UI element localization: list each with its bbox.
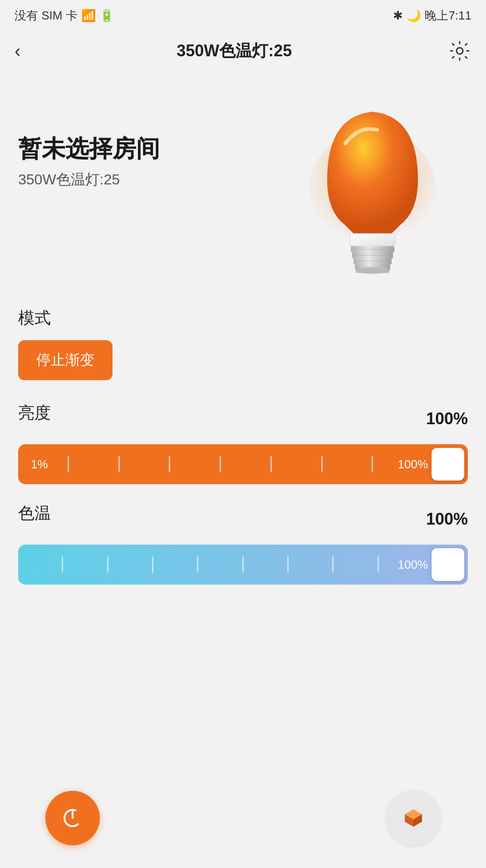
signal-icon: 📶 — [81, 9, 96, 23]
bulb-image — [277, 80, 468, 289]
brightness-header: 亮度 100% — [18, 402, 468, 435]
tick-3 — [169, 456, 170, 472]
ct-tick-5 — [242, 556, 244, 573]
color-temp-thumb[interactable] — [432, 548, 464, 581]
svg-rect-11 — [356, 268, 389, 273]
color-temp-header: 色温 100% — [18, 502, 468, 536]
bluetooth-icon: ✱ — [393, 9, 403, 23]
tick-1 — [68, 456, 69, 472]
settings-button[interactable] — [448, 39, 471, 63]
mode-section: 模式 停止渐变 — [18, 307, 468, 380]
sim-status: 没有 SIM 卡 — [15, 8, 78, 24]
tick-7 — [372, 456, 373, 472]
stop-gradient-button[interactable]: 停止渐变 — [18, 340, 113, 380]
back-button[interactable]: ‹ — [15, 42, 20, 60]
status-bar: 没有 SIM 卡 📶 🔋 ✱ 🌙 晚上7:11 — [0, 0, 486, 31]
scene-cube-icon — [401, 806, 426, 830]
device-info: 暂未选择房间 350W色温灯:25 — [18, 80, 277, 190]
status-left: 没有 SIM 卡 📶 🔋 — [15, 8, 114, 24]
tick-2 — [118, 456, 120, 472]
brightness-slider[interactable]: 1% 100% — [18, 444, 468, 484]
settings-gear-icon — [450, 41, 470, 61]
status-right: ✱ 🌙 晚上7:11 — [393, 8, 471, 24]
brightness-value: 100% — [426, 409, 468, 428]
power-icon — [60, 806, 85, 830]
ct-tick-8 — [378, 556, 379, 573]
power-button[interactable] — [45, 791, 100, 845]
ct-tick-1 — [62, 556, 63, 573]
bottom-spacer — [18, 603, 468, 694]
color-temp-max-label: 100% — [398, 558, 428, 572]
scene-button[interactable] — [386, 791, 441, 845]
brightness-section: 亮度 100% 1% 100% — [18, 402, 468, 484]
bulb-svg — [300, 89, 445, 280]
ct-tick-6 — [287, 556, 289, 573]
brightness-max-label: 100% — [398, 457, 428, 471]
ct-tick-4 — [197, 556, 198, 573]
battery-icon: 🔋 — [99, 9, 114, 23]
time-display: 晚上7:11 — [425, 8, 471, 24]
top-nav: ‹ 350W色温灯:25 — [0, 31, 486, 71]
tick-4 — [220, 456, 221, 472]
device-room: 暂未选择房间 — [18, 134, 277, 163]
svg-point-0 — [457, 48, 463, 54]
main-content: 暂未选择房间 350W色温灯:25 — [0, 71, 486, 712]
ct-tick-7 — [332, 556, 334, 573]
tick-5 — [270, 456, 272, 472]
bulb-section: 暂未选择房间 350W色温灯:25 — [18, 80, 468, 289]
brightness-label: 亮度 — [18, 402, 51, 424]
brightness-thumb[interactable] — [432, 448, 464, 481]
ct-tick-3 — [152, 556, 153, 573]
color-temp-slider[interactable]: 100% — [18, 545, 468, 585]
tick-6 — [321, 456, 323, 472]
color-temp-label: 色温 — [18, 502, 51, 525]
color-temp-value: 100% — [426, 510, 468, 529]
ct-tick-2 — [107, 556, 108, 573]
mode-label: 模式 — [18, 307, 468, 329]
bottom-bar — [0, 786, 486, 868]
page-title: 350W色温灯:25 — [177, 40, 292, 62]
device-name-label: 350W色温灯:25 — [18, 170, 277, 190]
color-temp-section: 色温 100% 100% — [18, 502, 468, 585]
moon-icon: 🌙 — [407, 9, 421, 23]
svg-rect-2 — [350, 233, 395, 246]
